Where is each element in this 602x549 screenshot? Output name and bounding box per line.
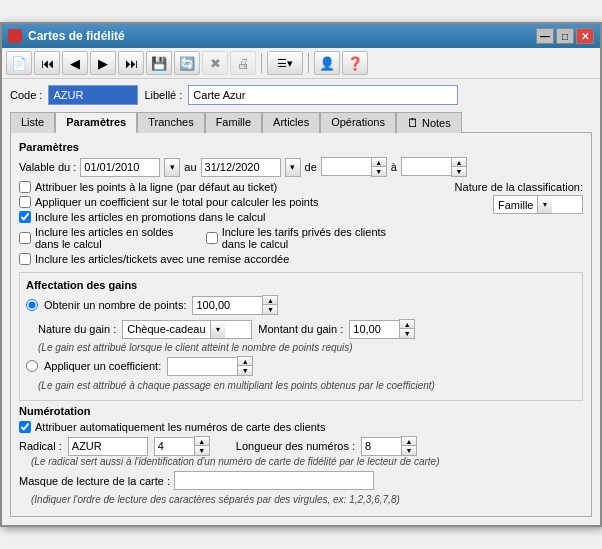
libelle-input[interactable] xyxy=(188,85,458,105)
num-cb-label: Attribuer automatiquement les numéros de… xyxy=(35,421,325,433)
cb3-checkbox[interactable] xyxy=(19,211,31,223)
montant-input[interactable] xyxy=(349,320,399,339)
tab-operations[interactable]: Opérations xyxy=(320,112,396,133)
longueur-input[interactable] xyxy=(361,437,401,456)
coeff-group: ▲ ▼ xyxy=(167,356,253,376)
tab-articles[interactable]: Articles xyxy=(262,112,320,133)
longueur-spin-up[interactable]: ▲ xyxy=(402,437,416,446)
date-from-dropdown[interactable]: ▾ xyxy=(164,158,180,177)
coeff-input[interactable] xyxy=(167,357,237,376)
montant-spin-down[interactable]: ▼ xyxy=(400,329,414,338)
masque-label: Masque de lecture de la carte : xyxy=(19,475,170,487)
maximize-button[interactable]: □ xyxy=(556,28,574,44)
title-bar-left: Cartes de fidélité xyxy=(8,29,125,43)
tab-notes[interactable]: 🗒 Notes xyxy=(396,112,462,133)
numeration-title: Numérotation xyxy=(19,405,583,417)
coeff-spinner: ▲ ▼ xyxy=(237,356,253,376)
de-label: de xyxy=(305,161,317,173)
cb1-checkbox[interactable] xyxy=(19,181,31,193)
compteur-spinner: ▲ ▼ xyxy=(194,436,210,456)
longueur-spin-down[interactable]: ▼ xyxy=(402,446,416,455)
montant-spinner: ▲ ▼ xyxy=(399,319,415,339)
de-spinner: ▲ ▼ xyxy=(371,157,387,177)
montant-spin-up[interactable]: ▲ xyxy=(400,320,414,329)
de-input[interactable] xyxy=(321,157,371,176)
code-input[interactable] xyxy=(48,85,138,105)
refresh-button[interactable]: 🔄 xyxy=(174,51,200,75)
a-spinner-group: ▲ ▼ xyxy=(401,157,467,177)
points-input[interactable] xyxy=(192,296,262,315)
radical-row: Radical : ▲ ▼ Longueur des numéros : ▲ xyxy=(19,436,583,456)
longueur-group: ▲ ▼ xyxy=(361,436,417,456)
toolbar: 📄 ⏮ ◀ ▶ ⏭ 💾 🔄 ✖ 🖨 ☰▾ 👤 ❓ xyxy=(2,48,600,79)
nature-value: Famille xyxy=(494,199,537,211)
montant-group: ▲ ▼ xyxy=(349,319,415,339)
de-spin-up[interactable]: ▲ xyxy=(372,158,386,167)
user-button[interactable]: 👤 xyxy=(314,51,340,75)
new-button[interactable]: 📄 xyxy=(6,51,32,75)
numeration-section: Numérotation Attribuer automatiquement l… xyxy=(19,405,583,505)
compteur-spin-up[interactable]: ▲ xyxy=(195,437,209,446)
a-input[interactable] xyxy=(401,157,451,176)
points-spin-up[interactable]: ▲ xyxy=(263,296,277,305)
radio1-label: Obtenir un nombre de points: xyxy=(44,299,186,311)
radical-input[interactable] xyxy=(68,437,148,456)
radio1-points[interactable] xyxy=(26,299,38,311)
a-spin-down[interactable]: ▼ xyxy=(452,167,466,176)
title-bar: Cartes de fidélité — □ ✕ xyxy=(2,24,600,48)
longueur-spinner: ▲ ▼ xyxy=(401,436,417,456)
nature-gain-select[interactable]: Chèque-cadeau ▾ xyxy=(122,320,252,339)
main-window: Cartes de fidélité — □ ✕ 📄 ⏮ ◀ ▶ ⏭ 💾 🔄 ✖… xyxy=(0,22,602,527)
longueur-label: Longueur des numéros : xyxy=(236,440,355,452)
close-button[interactable]: ✕ xyxy=(576,28,594,44)
num-cb-row: Attribuer automatiquement les numéros de… xyxy=(19,421,583,433)
date-from-input[interactable] xyxy=(80,158,160,177)
cb3-row: Inclure les articles en promotions dans … xyxy=(19,211,403,223)
date-to-dropdown[interactable]: ▾ xyxy=(285,158,301,177)
first-button[interactable]: ⏮ xyxy=(34,51,60,75)
tab-liste[interactable]: Liste xyxy=(10,112,55,133)
radio2-label: Appliquer un coefficient: xyxy=(44,360,161,372)
a-spin-up[interactable]: ▲ xyxy=(452,158,466,167)
gain-row: Nature du gain : Chèque-cadeau ▾ Montant… xyxy=(38,319,576,339)
cb5-checkbox[interactable] xyxy=(206,232,218,244)
montant-label: Montant du gain : xyxy=(258,323,343,335)
nature-select[interactable]: Famille ▾ xyxy=(493,195,583,214)
de-spin-down[interactable]: ▼ xyxy=(372,167,386,176)
list-dropdown[interactable]: ☰▾ xyxy=(267,51,303,75)
cb4-checkbox[interactable] xyxy=(19,232,31,244)
radio2-coeff[interactable] xyxy=(26,360,38,372)
cb6-row: Inclure les articles/tickets avec une re… xyxy=(19,253,403,265)
num-checkbox[interactable] xyxy=(19,421,31,433)
coeff-spin-down[interactable]: ▼ xyxy=(238,366,252,375)
prev-button[interactable]: ◀ xyxy=(62,51,88,75)
tab-tranches[interactable]: Tranches xyxy=(137,112,204,133)
play-button[interactable]: ▶ xyxy=(90,51,116,75)
last-button[interactable]: ⏭ xyxy=(118,51,144,75)
minimize-button[interactable]: — xyxy=(536,28,554,44)
nature-dropdown-arrow[interactable]: ▾ xyxy=(537,196,552,213)
cb4-cb5-row: Inclure les articles en soldes dans le c… xyxy=(19,226,403,253)
points-spin-down[interactable]: ▼ xyxy=(263,305,277,314)
tab-parametres[interactable]: Paramètres xyxy=(55,112,137,133)
compteur-input[interactable] xyxy=(154,437,194,456)
help-button[interactable]: ❓ xyxy=(342,51,368,75)
radio2-row: Appliquer un coefficient: ▲ ▼ xyxy=(26,356,576,376)
delete-button: ✖ xyxy=(202,51,228,75)
nature-area: Nature de la classification: Famille ▾ xyxy=(403,181,583,214)
radio1-row: Obtenir un nombre de points: ▲ ▼ xyxy=(26,295,576,315)
coeff-spin-up[interactable]: ▲ xyxy=(238,357,252,366)
cb1-row: Attribuer les points à la ligne (par déf… xyxy=(19,181,403,193)
tab-famille[interactable]: Famille xyxy=(205,112,262,133)
nature-gain-arrow[interactable]: ▾ xyxy=(210,321,225,338)
date-to-input[interactable] xyxy=(201,158,281,177)
cb2-checkbox[interactable] xyxy=(19,196,31,208)
libelle-label: Libellé : xyxy=(144,89,182,101)
nature-label: Nature de la classification: xyxy=(455,181,583,193)
affectation-section: Affectation des gains Obtenir un nombre … xyxy=(19,272,583,401)
cb5-label: Inclure les tarifs privés des clients da… xyxy=(222,226,403,250)
masque-input[interactable] xyxy=(174,471,374,490)
save-button[interactable]: 💾 xyxy=(146,51,172,75)
compteur-spin-down[interactable]: ▼ xyxy=(195,446,209,455)
cb6-checkbox[interactable] xyxy=(19,253,31,265)
